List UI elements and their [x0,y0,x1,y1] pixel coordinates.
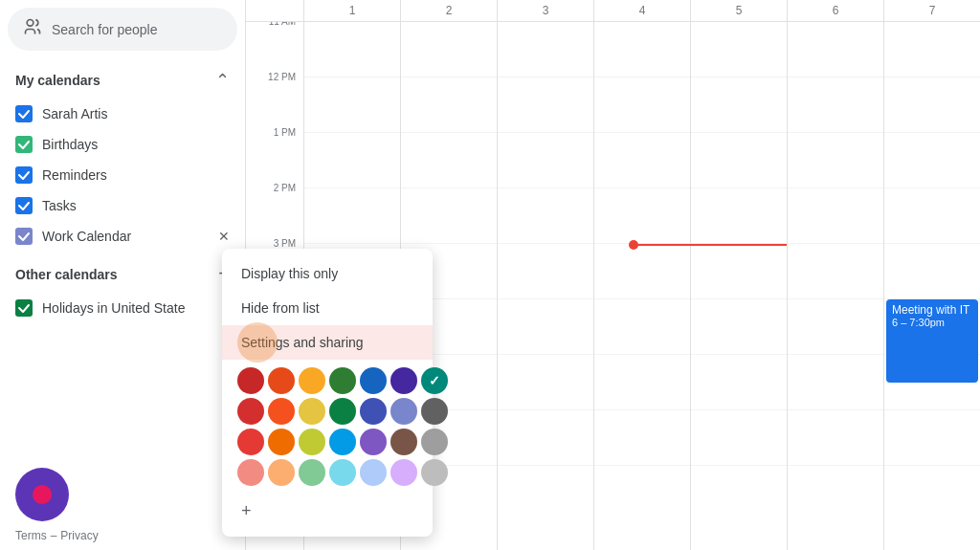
hour-cell[interactable] [401,188,497,244]
checkbox-work-calendar[interactable] [15,228,33,245]
color-swatch[interactable] [390,398,417,425]
menu-hide-from-list[interactable]: Hide from list [222,291,433,325]
color-swatch[interactable] [390,367,417,394]
hour-cell[interactable] [884,244,980,299]
calendar-item-reminders[interactable]: Reminders [8,160,237,190]
calendar-item-tasks[interactable]: Tasks [8,190,237,221]
hour-cell[interactable] [594,355,690,410]
color-swatch[interactable] [421,367,448,394]
hour-cell[interactable] [788,77,883,133]
hour-cell[interactable] [691,22,787,77]
terms-link[interactable]: Terms [15,529,47,542]
checkbox-sarah-artis[interactable] [15,105,33,122]
hour-cell[interactable] [498,188,593,244]
hour-cell[interactable] [594,244,690,299]
hour-cell[interactable] [498,244,593,299]
hour-cell[interactable] [884,77,980,133]
day-col-5[interactable] [690,22,787,550]
color-swatch[interactable] [299,367,325,394]
hour-cell[interactable] [594,188,690,244]
color-swatch[interactable] [268,367,295,394]
color-swatch[interactable] [421,429,448,455]
color-swatch[interactable] [237,398,264,425]
hour-cell[interactable] [788,355,883,410]
hour-cell[interactable] [788,410,883,466]
hour-cell[interactable] [498,77,593,133]
hour-cell[interactable] [788,188,883,244]
hour-cell[interactable] [401,22,497,77]
work-calendar-close-icon[interactable]: ✕ [218,229,230,244]
hour-cell[interactable] [304,133,400,188]
calendar-item-work-calendar[interactable]: Work Calendar ✕ [8,221,237,252]
day-col-6[interactable] [787,22,883,550]
privacy-link[interactable]: Privacy [60,529,98,542]
color-swatch[interactable] [299,429,325,455]
color-swatch[interactable] [329,367,356,394]
hour-cell[interactable] [498,355,593,410]
hour-cell[interactable] [594,77,690,133]
hour-cell[interactable] [691,77,787,133]
hour-cell[interactable] [498,299,593,355]
color-swatch[interactable] [268,398,295,425]
hour-cell[interactable] [788,22,883,77]
checkbox-reminders[interactable] [15,166,33,184]
color-swatch[interactable] [268,459,295,486]
hour-cell[interactable] [788,299,883,355]
event-meeting-it[interactable]: Meeting with IT 6 – 7:30pm [886,299,978,383]
hour-cell[interactable] [884,410,980,466]
calendar-item-sarah-artis[interactable]: Sarah Artis [8,99,237,129]
hour-cell[interactable] [691,410,787,466]
color-swatch[interactable] [360,459,387,486]
color-swatch[interactable] [329,459,356,486]
color-swatch[interactable] [390,459,417,486]
color-swatch[interactable] [299,398,325,425]
color-swatch[interactable] [329,398,356,425]
color-swatch[interactable] [237,367,264,394]
hour-cell[interactable] [594,22,690,77]
color-swatch[interactable] [299,459,325,486]
color-swatch[interactable] [360,398,387,425]
day-col-4[interactable] [593,22,690,550]
hour-cell[interactable] [594,410,690,466]
day-col-3[interactable] [497,22,593,550]
collapse-icon[interactable]: ⌃ [215,70,230,91]
hour-cell[interactable] [884,22,980,77]
hour-cell[interactable] [788,244,883,299]
color-swatch[interactable] [421,398,448,425]
calendar-item-holidays[interactable]: Holidays in United State [8,293,237,323]
hour-cell[interactable] [691,355,787,410]
hour-cell[interactable] [691,299,787,355]
menu-display-only[interactable]: Display this only [222,256,433,291]
hour-cell[interactable] [594,133,690,188]
color-swatch[interactable] [237,459,264,486]
menu-settings-sharing[interactable]: Settings and sharing [222,325,433,360]
hour-cell[interactable] [304,188,400,244]
hour-cell[interactable] [401,77,497,133]
checkbox-birthdays[interactable] [15,136,33,153]
hour-cell[interactable] [691,133,787,188]
hour-cell[interactable] [884,188,980,244]
checkbox-holidays[interactable] [15,299,33,317]
hour-cell[interactable] [401,133,497,188]
color-swatch[interactable] [390,429,417,455]
hour-cell[interactable] [691,188,787,244]
hour-cell[interactable] [788,133,883,188]
color-swatch[interactable] [268,429,295,455]
hour-cell[interactable] [498,133,593,188]
hour-cell[interactable] [498,410,593,466]
color-swatch[interactable] [421,459,448,486]
add-custom-color-button[interactable]: + [222,494,433,529]
hour-cell[interactable] [884,133,980,188]
hour-cell[interactable] [691,244,787,299]
color-swatch[interactable] [360,367,387,394]
color-swatch[interactable] [360,429,387,455]
search-people-button[interactable]: Search for people [8,8,237,51]
hour-cell[interactable] [304,77,400,133]
hour-cell[interactable] [304,22,400,77]
hour-cell[interactable] [594,299,690,355]
day-col-7[interactable]: Meeting with IT 6 – 7:30pm [883,22,980,550]
color-swatch[interactable] [329,429,356,455]
hour-cell[interactable] [498,22,593,77]
calendar-item-birthdays[interactable]: Birthdays [8,129,237,160]
user-avatar[interactable] [15,468,69,521]
